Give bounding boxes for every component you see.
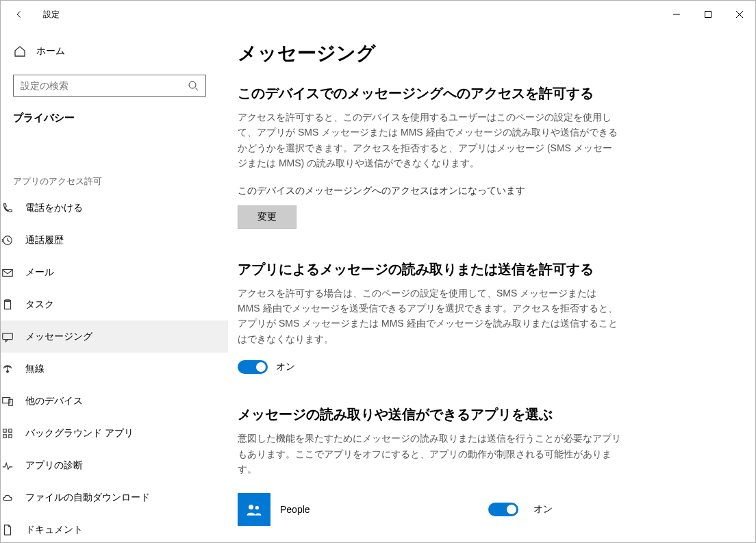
sidebar-item-documents[interactable]: ドキュメント (0, 514, 228, 543)
people-app-toggle[interactable] (488, 503, 518, 516)
maximize-icon (704, 10, 712, 18)
svg-rect-10 (3, 429, 7, 432)
sidebar-item-label: メッセージング (25, 331, 92, 343)
svg-point-1 (189, 81, 196, 88)
search-icon (188, 80, 199, 91)
close-icon (735, 10, 744, 18)
back-button[interactable] (8, 3, 31, 26)
mail-icon (1, 266, 14, 279)
section-app-access-desc: アクセスを許可する場合は、このページの設定を使用して、SMS メッセージまたは … (238, 286, 621, 347)
sidebar-category: プライバシー (13, 112, 203, 125)
svg-rect-9 (9, 399, 12, 405)
app-row-people: People オン (238, 490, 553, 529)
section-app-access-heading: アプリによるメッセージの読み取りまたは送信を許可する (238, 260, 728, 279)
section-device-access-heading: このデバイスでのメッセージングへのアクセスを許可する (238, 84, 728, 103)
cloud-icon (1, 491, 14, 505)
svg-point-14 (249, 505, 253, 509)
sidebar-item-radios[interactable]: 無線 (0, 353, 228, 385)
svg-rect-0 (705, 12, 711, 18)
section-choose-apps-heading: メッセージの読み取りや送信ができるアプリを選ぶ (238, 405, 728, 424)
sidebar-item-label: タスク (25, 299, 54, 311)
sidebar-item-background-apps[interactable]: バックグラウンド アプリ (0, 417, 228, 449)
svg-rect-11 (9, 429, 12, 432)
close-button[interactable] (724, 3, 755, 25)
sidebar-item-file-downloads[interactable]: ファイルの自動ダウンロード (0, 481, 228, 514)
sidebar-item-label: ファイルの自動ダウンロード (25, 492, 150, 504)
section-device-access-desc: アクセスを許可すると、このデバイスを使用するユーザーはこのページの設定を使用して… (238, 110, 621, 171)
titlebar: 設定 (1, 1, 755, 28)
sidebar-group-title: アプリのアクセス許可 (13, 175, 203, 188)
minimize-icon (672, 10, 681, 18)
arrow-left-icon (15, 10, 23, 18)
people-app-icon (238, 493, 270, 526)
message-icon (1, 330, 14, 344)
document-icon (1, 523, 14, 537)
svg-rect-3 (3, 269, 12, 276)
diagnostics-icon (1, 459, 14, 472)
people-app-name: People (280, 504, 488, 515)
app-access-toggle-label: オン (276, 361, 295, 373)
search-field[interactable] (21, 80, 188, 91)
section-choose-apps-desc: 意図した機能を果たすためにメッセージの読み取りまたは送信を行うことが必要なアプリ… (238, 431, 621, 477)
grid-icon (1, 427, 14, 440)
page-title: メッセージング (238, 40, 728, 66)
sidebar-item-label: バックグラウンド アプリ (25, 427, 134, 440)
sidebar-item-app-diagnostics[interactable]: アプリの診断 (0, 449, 228, 481)
sidebar-item-messaging[interactable]: メッセージング (0, 320, 228, 353)
sidebar-item-call-history[interactable]: 通話履歴 (0, 224, 228, 256)
sidebar-home[interactable]: ホーム (13, 38, 203, 65)
people-app-toggle-label: オン (533, 503, 553, 516)
device-access-status: このデバイスのメッセージングへのアクセスはオンになっています (238, 185, 728, 197)
sidebar-item-label: ドキュメント (25, 524, 83, 536)
svg-rect-6 (3, 333, 12, 339)
svg-rect-12 (3, 434, 7, 438)
phone-icon (1, 201, 14, 215)
app-access-toggle[interactable] (238, 360, 268, 374)
clipboard-icon (1, 298, 14, 312)
window-title: 設定 (43, 9, 60, 21)
sidebar-item-label: メール (25, 266, 54, 279)
svg-point-15 (255, 506, 259, 509)
sidebar-item-label: 通話履歴 (25, 234, 64, 247)
home-icon (13, 45, 27, 58)
minimize-button[interactable] (661, 3, 692, 25)
change-button[interactable]: 変更 (238, 205, 297, 229)
sidebar-item-label: 無線 (25, 363, 45, 375)
search-input[interactable] (13, 75, 206, 97)
history-icon (1, 233, 14, 247)
sidebar-item-label: 他のデバイス (25, 395, 83, 407)
sidebar-item-phone-calls[interactable]: 電話をかける (0, 192, 228, 224)
sidebar-item-mail[interactable]: メール (0, 256, 228, 288)
svg-rect-13 (9, 434, 12, 438)
radio-icon (1, 362, 14, 376)
sidebar-item-label: アプリの診断 (25, 459, 83, 472)
sidebar-home-label: ホーム (36, 45, 65, 58)
content: メッセージング このデバイスでのメッセージングへのアクセスを許可する アクセスを… (216, 28, 755, 542)
sidebar-item-tasks[interactable]: タスク (0, 288, 228, 320)
sidebar: ホーム プライバシー アプリのアクセス許可 電話をかける 通話履歴 メール (1, 28, 216, 542)
sidebar-item-other-devices[interactable]: 他のデバイス (0, 385, 228, 417)
sidebar-item-label: 電話をかける (25, 202, 83, 214)
maximize-button[interactable] (692, 3, 724, 25)
devices-icon (1, 394, 14, 408)
